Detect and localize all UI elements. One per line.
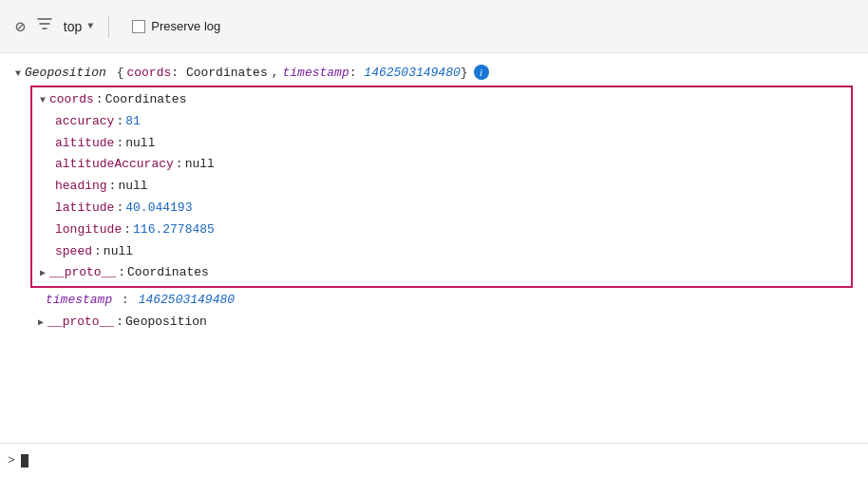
heading-key: heading	[55, 177, 107, 197]
speed-line: speed : null	[32, 241, 851, 263]
coords-expanded-line: ▼ coords : Coordinates	[32, 89, 851, 111]
speed-key: speed	[55, 242, 92, 262]
longitude-colon: :	[123, 220, 131, 240]
altitude-value: null	[125, 134, 155, 154]
geoposition-root-line: ▼ Geoposition { coords : Coordinates , t…	[0, 61, 868, 84]
latitude-line: latitude : 40.044193	[32, 198, 851, 219]
close-brace: }	[461, 66, 468, 80]
geoposition-proto-value: Geoposition	[125, 313, 207, 333]
context-selector[interactable]: top ▼	[64, 19, 93, 34]
geoposition-class-name: Geoposition	[25, 66, 106, 80]
latitude-key: latitude	[55, 199, 114, 219]
info-icon[interactable]: i	[474, 65, 489, 80]
heading-line: heading : null	[32, 176, 851, 198]
console-body: ▼ Geoposition { coords : Coordinates , t…	[0, 53, 868, 443]
preserve-log-area: Preserve log	[132, 19, 220, 33]
dropdown-arrow-icon: ▼	[87, 21, 93, 31]
speed-colon: :	[94, 242, 102, 262]
geoposition-proto-expand-icon[interactable]: ▶	[38, 315, 44, 331]
coords-highlighted-box: ▼ coords : Coordinates accuracy : 81 alt…	[30, 86, 853, 288]
filter-icon[interactable]	[37, 16, 52, 36]
accuracy-colon: :	[116, 112, 123, 132]
heading-colon: :	[109, 177, 117, 197]
geoposition-proto-key: __proto__	[47, 313, 114, 333]
geoposition-expand-icon[interactable]: ▼	[15, 68, 21, 79]
timestamp-outer-value: 1462503149480	[139, 293, 235, 307]
heading-value: null	[118, 177, 147, 197]
console-cursor[interactable]	[21, 454, 28, 467]
coords-key: coords	[49, 90, 94, 110]
coords-proto-colon: :	[118, 263, 125, 283]
console-input-bar: >	[0, 443, 868, 477]
comma: ,	[272, 66, 279, 80]
accuracy-key: accuracy	[55, 112, 114, 132]
coords-value-type: Coordinates	[105, 90, 187, 110]
longitude-value: 116.2778485	[133, 220, 215, 240]
altitudeAccuracy-colon: :	[176, 155, 183, 175]
coords-proto-expand-icon[interactable]: ▶	[40, 266, 46, 281]
preserve-log-label: Preserve log	[151, 19, 220, 33]
colon1: :	[171, 66, 186, 80]
geoposition-proto-line: ▶ __proto__ : Geoposition	[0, 312, 868, 334]
accuracy-value: 81	[125, 112, 141, 132]
timestamp-outer-line: timestamp : 1462503149480	[0, 290, 868, 312]
context-label: top	[64, 19, 82, 34]
coords-colon: :	[96, 90, 104, 110]
coords-key-summary: coords	[126, 66, 171, 80]
longitude-key: longitude	[55, 220, 122, 240]
console-prompt: >	[8, 453, 15, 467]
timestamp-outer-key: timestamp	[46, 293, 112, 307]
timestamp-value-summary: 1462503149480	[364, 66, 460, 80]
accuracy-line: accuracy : 81	[32, 111, 851, 133]
geoposition-proto-colon: :	[116, 313, 123, 333]
colon2: :	[349, 66, 365, 80]
latitude-value: 40.044193	[125, 199, 192, 219]
altitudeAccuracy-key: altitudeAccuracy	[55, 155, 174, 175]
altitude-colon: :	[116, 134, 123, 154]
altitude-accuracy-line: altitudeAccuracy : null	[32, 154, 851, 176]
altitude-key: altitude	[55, 134, 114, 154]
coords-type-summary: Coordinates	[186, 66, 268, 80]
latitude-colon: :	[116, 199, 123, 219]
preserve-log-checkbox[interactable]	[132, 20, 145, 33]
coords-proto-line: ▶ __proto__ : Coordinates	[32, 262, 851, 284]
geoposition-open-brace: {	[109, 66, 124, 80]
longitude-line: longitude : 116.2778485	[32, 219, 851, 241]
altitude-line: altitude : null	[32, 133, 851, 155]
timestamp-outer-colon: :	[122, 293, 129, 307]
timestamp-key-summary: timestamp	[283, 66, 349, 80]
coords-proto-value: Coordinates	[127, 263, 209, 283]
coords-proto-key: __proto__	[49, 263, 116, 283]
speed-value: null	[104, 242, 133, 262]
altitudeAccuracy-value: null	[185, 155, 215, 175]
coords-collapse-icon[interactable]: ▼	[40, 93, 46, 108]
toolbar: ⊘ top ▼ Preserve log	[0, 0, 868, 53]
no-entry-icon[interactable]: ⊘	[15, 16, 26, 37]
toolbar-separator	[108, 15, 109, 38]
